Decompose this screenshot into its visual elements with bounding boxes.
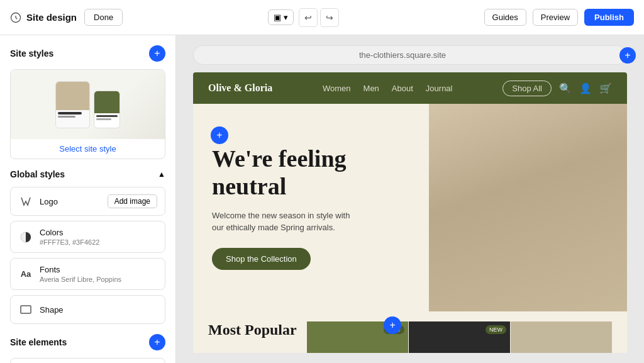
logo-info: Logo [40,197,101,206]
select-site-style-link[interactable]: Select site style [11,139,165,159]
hero-plus-button[interactable]: + [211,126,228,144]
fonts-info: Fonts Averia Serif Libre, Poppins [40,265,157,283]
hero-right [429,104,627,311]
add-site-style-button[interactable]: + [149,45,165,62]
colors-icon [18,230,33,245]
device-icon: ▣ [274,13,281,22]
colors-row[interactable]: Colors #FFF7E3, #3F4622 [10,221,165,253]
site-elements-title: Site elements [10,337,67,347]
hero-heading: We're feeling neutral [212,145,410,200]
guides-button[interactable]: Guides [484,9,526,26]
site-design-icon [10,12,21,23]
badges-row[interactable]: Badges [10,358,165,363]
hero-left: We're feeling neutral Welcome the new se… [193,104,429,311]
toolbar-right: Guides Preview Publish [484,9,634,26]
chevron-up-icon[interactable]: ▲ [158,170,165,179]
nav-men[interactable]: Men [364,84,379,93]
hero-section: + We're feeling neutral Welcome the new … [193,104,627,311]
fonts-label: Fonts [40,265,157,274]
publish-button[interactable]: Publish [584,9,634,26]
preview-image [11,70,165,139]
shape-icon [18,302,33,317]
toolbar-title-text: Site design [26,12,77,23]
shape-row[interactable]: Shape [10,295,165,324]
toolbar-title: Site design [10,12,77,23]
toolbar-center: ▣ ▾ ↩ ↪ [268,8,339,27]
site-logo: Olive & Gloria [208,82,272,94]
phone-mock-2 [94,91,120,128]
product-card-3 [511,321,612,353]
logo-icon [18,194,33,209]
fonts-value: Averia Serif Libre, Poppins [40,276,157,283]
site-nav: Olive & Gloria Women Men About Journal S… [193,72,627,104]
shape-label: Shape [40,305,157,315]
url-bar: the-clothiers.square.site [193,45,627,65]
site-elements-header: Site elements + [10,334,165,350]
device-selector[interactable]: ▣ ▾ [268,9,294,25]
undo-button[interactable]: ↩ [299,8,318,27]
hero-cta-button[interactable]: Shop the Collection [212,248,311,270]
site-styles-header: Site styles + [10,45,165,62]
chevron-down-icon: ▾ [284,13,288,22]
toolbar: Site design Done ▣ ▾ ↩ ↪ Guides Preview … [0,0,644,35]
canvas-area: the-clothiers.square.site + Olive & Glor… [176,35,644,363]
product-card-2: NEW [409,321,510,353]
url-bar-wrapper: the-clothiers.square.site + [193,45,627,65]
most-popular-plus-button[interactable]: + [384,316,401,334]
nav-journal[interactable]: Journal [426,84,453,93]
url-plus-button[interactable]: + [619,47,636,64]
nav-links: Women Men About Journal [323,84,452,93]
site-styles-preview: Select site style [10,69,165,159]
fonts-icon: Aa [18,267,33,282]
colors-value: #FFF7E3, #3F4622 [40,238,157,246]
preview-phones [55,81,120,128]
site-styles-title: Site styles [10,48,53,59]
add-image-button[interactable]: Add image [108,194,157,208]
redo-button[interactable]: ↪ [320,8,339,27]
nav-about[interactable]: About [392,84,413,93]
nav-icons: 🔍 👤 🛒 [559,82,612,94]
colors-info: Colors #FFF7E3, #3F4622 [40,228,157,246]
new-badge-2: NEW [486,325,506,334]
sidebar: Site styles + [0,35,176,363]
main-area: Site styles + [0,35,644,363]
fonts-row[interactable]: Aa Fonts Averia Serif Libre, Poppins [10,258,165,290]
svg-rect-2 [21,306,31,313]
toolbar-left: Site design Done [10,9,123,26]
add-site-element-button[interactable]: + [149,334,165,350]
done-button[interactable]: Done [84,9,123,26]
shape-info: Shape [40,305,157,315]
preview-button[interactable]: Preview [533,9,578,26]
undo-redo-group: ↩ ↪ [299,8,339,27]
hero-image [429,104,627,311]
website-preview: Olive & Gloria Women Men About Journal S… [193,72,627,353]
phone-mock-1 [55,81,90,128]
logo-label: Logo [40,197,101,206]
most-popular-section: + Most Popular NEW NEW [193,311,627,353]
logo-row[interactable]: Logo Add image [10,187,165,216]
nav-shop-all-button[interactable]: Shop All [502,81,552,96]
most-popular-title: Most Popular [208,321,297,338]
cart-icon[interactable]: 🛒 [599,82,612,94]
search-icon[interactable]: 🔍 [559,82,572,94]
hero-sub: Welcome the new season in style with our… [212,209,350,234]
global-styles-header: Global styles ▲ [10,169,165,179]
colors-label: Colors [40,228,157,237]
nav-women[interactable]: Women [323,84,351,93]
global-styles-title: Global styles [10,169,65,179]
product-grid: NEW NEW [307,321,612,353]
account-icon[interactable]: 👤 [579,82,592,94]
